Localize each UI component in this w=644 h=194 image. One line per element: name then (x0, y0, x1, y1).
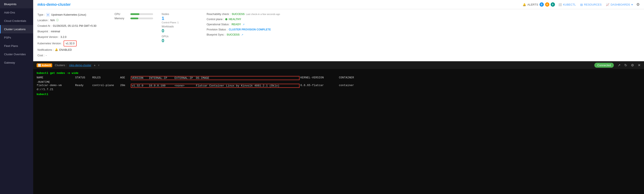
terminal[interactable]: kubectl get nodes -o wide NAME STATUS RO… (33, 69, 644, 194)
resources-button[interactable]: ▤ RESOURCES (580, 3, 602, 6)
k8s-version-box: v1.32.0 (64, 40, 77, 46)
blueprint-sync-row: Blueprint Sync : SUCCESS ↗ (206, 33, 640, 36)
connected-badge: Connected (594, 63, 614, 68)
blueprint-sync-ext-link[interactable]: ↗ (241, 34, 243, 36)
created-row: Created At : 01/29/2025, 05:13:51 PM GMT… (38, 24, 110, 28)
gpus-stat: GPUs 0 (162, 35, 200, 44)
cluster-details: Type : ⎈ Upstream Kubernetes (Linux) Loc… (33, 9, 644, 61)
sidebar-item-cloud-credentials[interactable]: Cloud Credentials (0, 17, 33, 25)
sidebar-item-cluster-locations[interactable]: Cluster Locations (0, 25, 33, 34)
alert-badge-teal: 0 (551, 2, 555, 7)
sidebar-item-cluster-overrides[interactable]: Cluster Overrides (0, 50, 33, 58)
nodes-stat: Nodes 1 Control-Plane: 1 (162, 13, 200, 24)
alert-badge-orange: 0 (545, 2, 549, 7)
sidebar-item-gateway[interactable]: Gateway (0, 58, 33, 67)
control-plane-dot (225, 18, 227, 20)
cluster-title: mks-demo-cluster (38, 2, 71, 7)
terminal-row-1: flatcar-demo-vm Ready control-plane 20m … (36, 84, 640, 88)
details-col-2: CPU Memory (110, 13, 153, 58)
bell-icon: 🔔 (522, 3, 526, 6)
dashboards-button[interactable]: 📈 DASHBOARDS ▾ (606, 3, 633, 6)
close-kubectl-icon[interactable]: ✕ (638, 63, 640, 67)
main-content: mks-demo-cluster 🔔 ALERTS 0 0 0 ⬜ KUBECT… (33, 0, 644, 194)
kubectl-tab-separator: ▾ (98, 64, 100, 67)
details-col-3: Nodes 1 Control-Plane: 1 Workloads 0 GPU… (153, 13, 200, 58)
memory-fill (130, 18, 138, 19)
cpu-progress-bar (130, 13, 153, 15)
main-layout: Blueprints Add-Ons Cloud Credentials Clu… (0, 0, 644, 194)
clusters-label: Clusters : (55, 64, 66, 67)
terminal-row-2: d://1.7.21 (36, 88, 640, 91)
sidebar-item-addons[interactable]: Add-Ons (0, 8, 33, 17)
terminal-prompt: kubectl (36, 93, 48, 96)
k8s-version-row: Kubernetes Version : v1.32.0 (38, 40, 110, 46)
sidebar-item-psps[interactable]: PSPs (0, 34, 33, 42)
top-bar: mks-demo-cluster 🔔 ALERTS 0 0 0 ⬜ KUBECT… (33, 0, 644, 9)
details-col-4: Reachability check : SUCCESS Last check-… (200, 13, 640, 58)
sidebar: Blueprints Add-Ons Cloud Credentials Clu… (0, 0, 33, 194)
op-status-ext-link[interactable]: ↗ (242, 23, 244, 26)
terminal-command: kubectl get nodes -o wide (36, 72, 640, 75)
blueprint-version-row: Blueprint Version : 3.2.0 (38, 35, 110, 39)
kubectl-settings-icon[interactable]: ⚙ (631, 63, 634, 67)
k8s-icon: ⎈ (46, 13, 50, 17)
workloads-stat: Workloads 0 (162, 25, 200, 34)
location-info-icon[interactable]: ⓘ (56, 18, 59, 22)
provision-row: Provision Status : CLUSTER PROVISION COM… (206, 28, 640, 31)
bell-notif-icon: 🔔 (55, 48, 58, 52)
sidebar-item-fleet-plans[interactable]: Fleet Plans (0, 42, 33, 50)
external-link-icon[interactable]: ↗ (618, 63, 620, 67)
alert-badge-blue: 0 (540, 2, 544, 7)
top-actions: ⬜ KUBECTL ▤ RESOURCES 📈 DASHBOARDS ▾ (558, 3, 633, 6)
cpu-fill (130, 13, 140, 15)
alerts-section: 🔔 ALERTS 0 0 0 (522, 2, 555, 7)
kubectl-bar: ⬜ kubectl Clusters : mks-demo-cluster + … (33, 61, 644, 69)
location-row: Location : N/A ⓘ (38, 18, 110, 22)
memory-progress-bar (130, 18, 153, 19)
kubectl-button[interactable]: ⬜ KUBECTL (558, 3, 576, 6)
terminal-header: NAME STATUS ROLES AGE VERSION INTERNAL-I… (36, 76, 640, 80)
reachability-row: Reachability check : SUCCESS Last check-… (206, 13, 640, 16)
op-status-row: Operational Status : READY ↗ (206, 23, 640, 26)
chevron-down-icon: ▾ (631, 3, 633, 6)
terminal-row-0: -RUNTIME (36, 80, 640, 84)
blueprint-row: Blueprint : minimal (38, 29, 110, 34)
sidebar-item-blueprints[interactable]: Blueprints (0, 0, 33, 8)
type-row: Type : ⎈ Upstream Kubernetes (Linux) (38, 13, 110, 17)
memory-metric: Memory (114, 17, 153, 20)
alerts-label: ALERTS (527, 3, 538, 6)
app-container: Blueprints Add-Ons Cloud Credentials Clu… (0, 0, 644, 194)
control-plane-row: Control plane : HEALTHY (206, 18, 640, 21)
refresh-icon[interactable]: ↻ (624, 63, 627, 67)
resources-icon: ▤ (580, 3, 583, 6)
add-cluster-tab-button[interactable]: + (94, 64, 96, 67)
chart-icon: 📈 (606, 3, 609, 6)
terminal-icon: ⬜ (558, 3, 562, 6)
cpu-metric: CPU (114, 13, 153, 16)
details-col-1: Type : ⎈ Upstream Kubernetes (Linux) Loc… (38, 13, 110, 58)
notifications-row: Notifications : 🔔 ENABLED (38, 48, 110, 52)
settings-icon[interactable]: ⚙ (636, 2, 640, 7)
cost-row: Cost : - (38, 53, 110, 58)
kubectl-icon: ⬜ kubectl (36, 64, 52, 67)
kubectl-cluster-tab[interactable]: mks-demo-cluster (69, 64, 91, 67)
